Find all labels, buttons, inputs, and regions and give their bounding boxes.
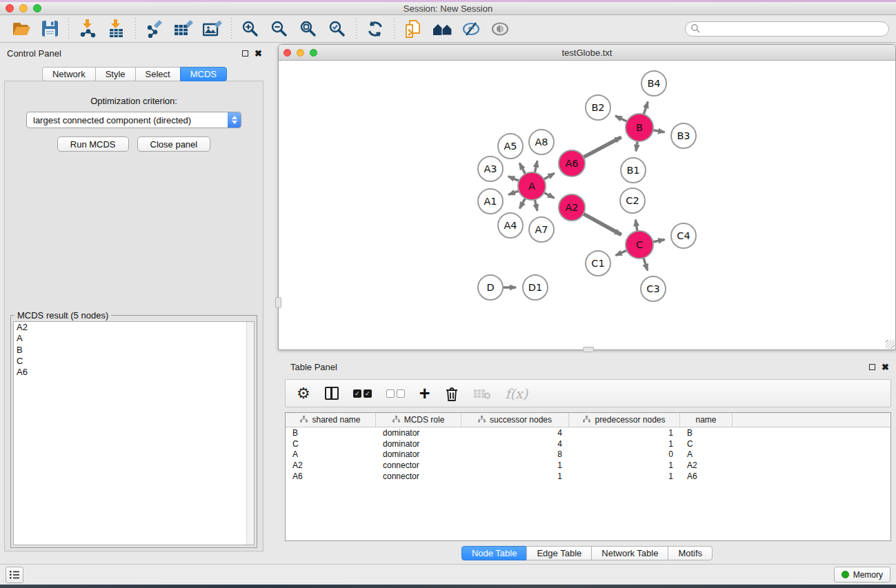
table-tab-motifs[interactable]: Motifs [668, 546, 713, 560]
graph-edge-A-A5 [519, 163, 525, 174]
refresh-icon[interactable] [366, 19, 385, 39]
close-panel-icon[interactable]: ✖ [255, 50, 262, 57]
graph-node-A7[interactable]: A7 [529, 217, 554, 242]
table-row[interactable]: A6connector11A6 [286, 471, 890, 482]
graph-node-A1[interactable]: A1 [478, 189, 503, 214]
svg-text:A7: A7 [535, 224, 548, 235]
search-input[interactable] [701, 24, 888, 34]
graph-node-C1[interactable]: C1 [586, 251, 610, 276]
column-chooser-icon[interactable] [325, 383, 339, 404]
graph-node-A3[interactable]: A3 [478, 156, 503, 181]
splitter-handle-bottom[interactable] [583, 347, 594, 352]
graph-node-B[interactable]: B [626, 114, 653, 141]
hide-graphics-icon[interactable] [461, 19, 481, 39]
table-row[interactable]: A2connector11A2 [286, 460, 890, 471]
zoom-out-icon[interactable] [270, 19, 289, 39]
add-column-icon[interactable]: + [419, 383, 430, 404]
graph-node-A[interactable]: A [518, 172, 546, 200]
import-network-icon[interactable] [78, 19, 97, 39]
graph-node-C2[interactable]: C2 [620, 188, 645, 213]
network-window-titlebar[interactable]: testGlobe.txt [279, 45, 895, 61]
resize-grip-icon[interactable] [886, 340, 895, 349]
graph-node-D1[interactable]: D1 [523, 275, 548, 300]
result-item[interactable]: C [14, 356, 254, 367]
svg-text:A3: A3 [484, 163, 497, 174]
result-scrollbar[interactable] [246, 322, 254, 545]
column-label: predecessor nodes [595, 415, 665, 425]
export-network-icon[interactable] [145, 19, 164, 39]
tab-style[interactable]: Style [95, 67, 136, 81]
export-table-icon[interactable] [174, 19, 193, 39]
node-table[interactable]: shared nameMCDS rolesuccessor nodesprede… [285, 412, 891, 541]
table-cell: dominator [376, 428, 461, 438]
graph-node-B3[interactable]: B3 [671, 123, 696, 148]
result-item[interactable]: A2 [14, 322, 254, 333]
unselect-all-columns-icon[interactable] [386, 383, 405, 404]
graph-node-A4[interactable]: A4 [498, 213, 523, 238]
column-header-name[interactable]: name [680, 413, 733, 427]
graph-node-A5[interactable]: A5 [498, 134, 523, 159]
table-tab-node-table[interactable]: Node Table [461, 546, 528, 560]
float-panel-icon[interactable] [242, 50, 248, 57]
mcds-result-box: MCDS result (5 nodes) A2ABCA6 [10, 315, 257, 548]
toolbar-separator [135, 19, 136, 39]
graph-node-C3[interactable]: C3 [641, 276, 666, 301]
delete-column-icon[interactable] [445, 383, 459, 404]
close-table-panel-icon[interactable]: ✖ [882, 364, 889, 370]
graph-node-C4[interactable]: C4 [671, 223, 696, 248]
graph-node-B1[interactable]: B1 [621, 158, 646, 183]
column-label: successor nodes [490, 415, 552, 425]
result-item[interactable]: B [14, 345, 254, 356]
zoom-in-icon[interactable] [241, 19, 260, 39]
export-image-icon[interactable] [203, 19, 222, 39]
new-session-network-icon[interactable] [404, 19, 423, 39]
memory-button[interactable]: Memory [834, 567, 890, 582]
column-header-predecessor-nodes[interactable]: predecessor nodes [569, 413, 680, 427]
float-table-panel-icon[interactable] [869, 364, 875, 370]
mcds-result-list[interactable]: A2ABCA6 [13, 321, 255, 545]
table-tab-network-table[interactable]: Network Table [591, 546, 668, 560]
graph-node-A2[interactable]: A2 [559, 194, 585, 221]
save-icon[interactable] [40, 19, 59, 39]
table-cell: 1 [461, 472, 569, 481]
table-cell: 0 [569, 449, 680, 459]
graph-node-B4[interactable]: B4 [641, 71, 666, 96]
column-header-successor-nodes[interactable]: successor nodes [461, 413, 569, 427]
close-panel-button[interactable]: Close panel [137, 136, 211, 152]
result-item[interactable]: A [14, 333, 254, 344]
graph-node-C[interactable]: C [626, 231, 653, 258]
graph-node-A8[interactable]: A8 [529, 130, 554, 154]
tab-select[interactable]: Select [135, 67, 181, 81]
open-folder-icon[interactable] [11, 19, 30, 39]
column-header-shared-name[interactable]: shared name [286, 413, 376, 427]
svg-text:A6: A6 [565, 158, 578, 169]
table-tab-edge-table[interactable]: Edge Table [526, 546, 592, 560]
tab-network[interactable]: Network [42, 67, 96, 81]
mcds-tab-content: Optimization criterion: largest connecte… [4, 81, 263, 551]
shared-column-icon [300, 415, 308, 425]
svg-text:A: A [528, 181, 535, 192]
splitter-handle-left[interactable] [275, 297, 281, 308]
network-canvas[interactable]: AA1A2A3A4A5A6A7A8BB1B2B3B4CC1C2C3C4DD1 [279, 61, 895, 349]
run-mcds-button[interactable]: Run MCDS [57, 136, 129, 152]
graph-node-A6[interactable]: A6 [559, 150, 585, 176]
select-all-columns-icon[interactable]: ✓✓ [353, 383, 372, 404]
table-row[interactable]: Adominator80A [286, 449, 890, 460]
table-cell: A2 [286, 460, 376, 470]
table-row[interactable]: Cdominator41C [286, 438, 890, 449]
column-header-MCDS-role[interactable]: MCDS role [376, 413, 461, 427]
table-settings-gear-icon[interactable]: ⚙ [297, 383, 310, 404]
table-row[interactable]: Bdominator41B [286, 427, 890, 438]
tab-mcds[interactable]: MCDS [180, 67, 227, 81]
result-item[interactable]: A6 [14, 367, 254, 378]
home-pair-icon[interactable] [432, 19, 452, 39]
import-table-icon[interactable] [107, 19, 126, 39]
graph-node-D[interactable]: D [478, 275, 503, 300]
search-field[interactable] [685, 21, 889, 37]
graph-node-B2[interactable]: B2 [586, 95, 610, 120]
show-graphics-icon[interactable] [490, 19, 510, 39]
zoom-selected-icon[interactable] [328, 19, 347, 39]
task-history-button[interactable] [6, 567, 23, 583]
zoom-fit-icon[interactable] [299, 19, 318, 39]
criterion-dropdown[interactable]: largest connected component (directed) [26, 112, 241, 128]
